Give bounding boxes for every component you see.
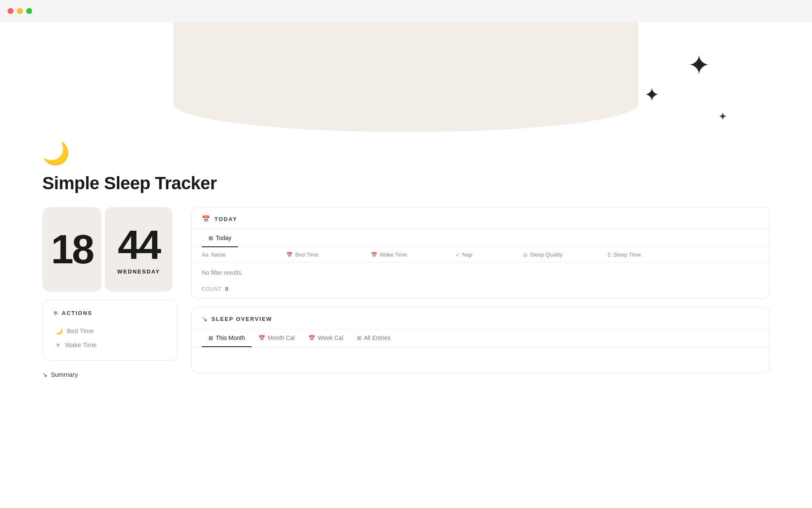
col-nap-icon: ✓ xyxy=(455,252,460,258)
count-value: 0 xyxy=(225,286,229,292)
today-panel-header: 📅 TODAY xyxy=(192,207,769,229)
tab-week-cal[interactable]: 📅 Week Cal xyxy=(302,329,350,347)
moon-icon: 🌙 xyxy=(42,141,770,166)
today-table: Aa Name 📅 Bed Time 📅 Wake Time ✓ xyxy=(192,247,769,298)
clock-card: 18 44 WEDNESDAY xyxy=(42,207,178,292)
star-large-icon: ✦ xyxy=(688,52,710,79)
close-button[interactable] xyxy=(8,8,14,14)
col-name: Aa Name xyxy=(202,251,286,258)
maximize-button[interactable] xyxy=(26,8,32,14)
main-content: 🌙 Simple Sleep Tracker 18 44 WEDNESDAY ✳… xyxy=(0,141,812,380)
summary-label: Summary xyxy=(51,371,78,378)
summary-link[interactable]: ↘ Summary xyxy=(42,369,178,380)
tab-today[interactable]: ⊞ Today xyxy=(202,229,238,247)
right-column: 📅 TODAY ⊞ Today Aa Name xyxy=(191,207,770,373)
tab-month-cal-label: Month Cal xyxy=(268,334,295,341)
action-waketime[interactable]: ☀ Wake Time xyxy=(53,338,167,352)
col-name-icon: Aa xyxy=(202,251,208,258)
today-panel: 📅 TODAY ⊞ Today Aa Name xyxy=(191,207,770,298)
today-calendar-icon: 📅 xyxy=(202,215,210,223)
clock-min-day-box: 44 WEDNESDAY xyxy=(105,207,173,292)
tab-all-entries-label: All Entries xyxy=(364,334,391,341)
clock-hour-display: 18 xyxy=(51,226,93,273)
today-tab-grid-icon: ⊞ xyxy=(208,235,213,241)
all-entries-grid-icon: ⊞ xyxy=(357,335,362,341)
titlebar xyxy=(0,0,812,22)
sleep-overview-title: SLEEP OVERVIEW xyxy=(211,316,272,322)
no-results-text: No filter results. xyxy=(192,262,769,283)
actions-sparkle-icon: ✳ xyxy=(53,309,58,317)
summary-arrow-icon: ↘ xyxy=(42,371,47,378)
star-small-icon: ✦ xyxy=(718,111,727,122)
actions-title: ACTIONS xyxy=(62,310,93,316)
action-waketime-label: Wake Time xyxy=(65,341,96,348)
count-label: COUNT xyxy=(202,286,222,292)
action-bedtime[interactable]: 🌙 Bed Time xyxy=(53,324,167,338)
tab-all-entries[interactable]: ⊞ All Entries xyxy=(350,329,398,347)
star-medium-icon: ✦ xyxy=(644,86,660,104)
col-sleeptime: Σ Sleep Time xyxy=(608,251,692,258)
overview-arrow-icon: ↘ xyxy=(202,315,207,323)
actions-card: ✳ ACTIONS 🌙 Bed Time ☀ Wake Time xyxy=(42,300,178,361)
bedtime-moon-icon: 🌙 xyxy=(55,328,63,334)
clock-hour-box: 18 xyxy=(42,207,102,292)
col-sleeptime-icon: Σ xyxy=(608,252,611,258)
month-cal-icon: 📅 xyxy=(258,335,265,341)
col-nap: ✓ Nap xyxy=(455,251,523,258)
page-title: Simple Sleep Tracker xyxy=(42,173,770,193)
tab-this-month-label: This Month xyxy=(216,334,245,341)
clock-day-display: WEDNESDAY xyxy=(117,268,160,275)
waketime-sun-icon: ☀ xyxy=(55,342,61,348)
col-bedtime-icon: 📅 xyxy=(286,252,293,258)
this-month-grid-icon: ⊞ xyxy=(208,335,213,341)
col-waketime-icon: 📅 xyxy=(371,252,377,258)
col-quality-icon: ◎ xyxy=(523,252,527,258)
col-quality: ◎ Sleep Quality xyxy=(523,251,608,258)
actions-header: ✳ ACTIONS xyxy=(53,309,167,317)
sleep-overview-header: ↘ SLEEP OVERVIEW xyxy=(192,307,769,329)
content-grid: 18 44 WEDNESDAY ✳ ACTIONS 🌙 Bed Time xyxy=(42,207,770,380)
tab-week-cal-label: Week Cal xyxy=(318,334,343,341)
table-header-row: Aa Name 📅 Bed Time 📅 Wake Time ✓ xyxy=(192,247,769,262)
tab-month-cal[interactable]: 📅 Month Cal xyxy=(252,329,302,347)
count-row: COUNT 0 xyxy=(192,283,769,298)
overview-tabs-row: ⊞ This Month 📅 Month Cal 📅 Week Cal ⊞ Al… xyxy=(192,329,769,347)
today-tab-label: Today xyxy=(216,235,231,241)
minimize-button[interactable] xyxy=(17,8,23,14)
week-cal-icon: 📅 xyxy=(308,335,315,341)
left-column: 18 44 WEDNESDAY ✳ ACTIONS 🌙 Bed Time xyxy=(42,207,178,380)
tab-this-month[interactable]: ⊞ This Month xyxy=(202,329,252,347)
col-bedtime: 📅 Bed Time xyxy=(286,251,371,258)
hero-blob xyxy=(173,22,639,132)
action-bedtime-label: Bed Time xyxy=(67,327,93,334)
col-waketime: 📅 Wake Time xyxy=(371,251,455,258)
today-tabs-row: ⊞ Today xyxy=(192,229,769,247)
clock-minute-display: 44 xyxy=(118,224,160,267)
today-panel-title: TODAY xyxy=(214,216,237,222)
sleep-overview-panel: ↘ SLEEP OVERVIEW ⊞ This Month 📅 Month Ca… xyxy=(191,307,770,373)
overview-content-area xyxy=(192,347,769,373)
